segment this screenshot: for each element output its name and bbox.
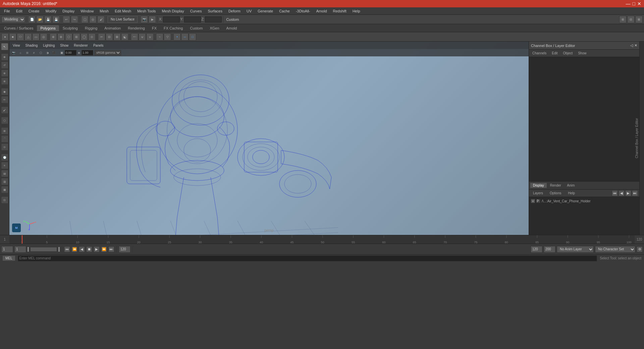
ipr-btn[interactable]: ▶: [149, 16, 156, 23]
options-sub-tab[interactable]: Options: [547, 191, 564, 196]
sculpt-tool[interactable]: ✏: [1, 96, 8, 103]
menu-edit[interactable]: Edit: [13, 8, 25, 14]
layer-ref-0[interactable]: P: [536, 199, 540, 203]
cb-show-menu[interactable]: Show: [576, 51, 588, 56]
paint-skin-btn[interactable]: 🖌: [1, 106, 8, 114]
maximize-btn[interactable]: □: [633, 1, 635, 6]
range-right-handle[interactable]: [58, 247, 60, 252]
face-mode-btn[interactable]: □: [189, 33, 196, 41]
layer-tab-anim[interactable]: Anim: [565, 183, 578, 188]
mel-tab[interactable]: MEL: [3, 256, 15, 261]
menu-deform[interactable]: Deform: [226, 8, 243, 14]
menu-file[interactable]: File: [1, 8, 13, 14]
cb-edit-menu[interactable]: Edit: [550, 51, 559, 56]
anim-layer-dropdown[interactable]: No Anim Layer: [557, 246, 594, 253]
timeline-playhead[interactable]: [22, 235, 22, 244]
soft-mod-tool[interactable]: ◉: [1, 88, 8, 95]
menu-3dtoa[interactable]: -3DtoAll-: [293, 8, 313, 14]
tab-animation[interactable]: Animation: [101, 25, 124, 31]
undo-btn[interactable]: ↩: [63, 16, 70, 23]
layout-btn-2[interactable]: ⊟: [627, 16, 635, 23]
menu-mesh-display[interactable]: Mesh Display: [159, 8, 187, 14]
poly-cube-btn[interactable]: ■: [9, 33, 16, 41]
cb-channels-menu[interactable]: Channels: [530, 51, 548, 56]
char-set-dropdown[interactable]: No Character Set: [595, 246, 635, 253]
hotbox-btn[interactable]: ⊡: [1, 196, 8, 204]
menu-cache[interactable]: Cache: [276, 8, 292, 14]
extrude-btn[interactable]: ⊕: [50, 33, 57, 41]
offset-loop-btn[interactable]: ⊠: [113, 33, 121, 41]
y-input[interactable]: [184, 16, 201, 22]
menu-mesh-tools[interactable]: Mesh Tools: [135, 8, 158, 14]
menu-help[interactable]: Help: [350, 8, 363, 14]
vp-menu-shading[interactable]: Shading: [24, 43, 39, 48]
vp-home-btn[interactable]: ⌂: [17, 50, 23, 56]
gamma-point-input[interactable]: 1.00: [82, 50, 93, 55]
layer-fwd[interactable]: ▶: [625, 190, 631, 196]
play-forward[interactable]: ▶: [94, 246, 100, 252]
tab-sculpting[interactable]: Sculpting: [59, 25, 81, 31]
tab-fx-caching[interactable]: FX Caching: [160, 25, 186, 31]
tab-custom[interactable]: Custom: [187, 25, 206, 31]
poly-cone-btn[interactable]: △: [24, 33, 32, 41]
snap-curve-btn[interactable]: ⌒: [1, 135, 8, 143]
layers-sub-tab[interactable]: Layers: [530, 191, 546, 196]
cb-object-menu[interactable]: Object: [561, 51, 575, 56]
menu-create[interactable]: Create: [26, 8, 42, 14]
vp-shaded-btn[interactable]: ◑: [44, 50, 50, 56]
smooth-btn[interactable]: ~: [156, 33, 163, 41]
layer-row-0[interactable]: V P /\...:Air_Vent_Car_Phone_Holder: [530, 198, 639, 204]
no-live-surface-btn[interactable]: No Live Surface: [108, 16, 138, 23]
layer-tab-render[interactable]: Render: [547, 183, 564, 188]
save-as-btn[interactable]: 💾: [52, 16, 60, 23]
menu-mesh[interactable]: Mesh: [97, 8, 111, 14]
universal-manip[interactable]: ⊗: [1, 78, 8, 85]
target-weld-btn[interactable]: ⊙: [88, 33, 96, 41]
layer-tab-display[interactable]: Display: [530, 183, 547, 188]
tab-polygons[interactable]: Polygons: [37, 25, 59, 31]
range-start-field[interactable]: 1: [1, 246, 13, 253]
minimize-btn[interactable]: —: [626, 1, 631, 6]
channel-box-label[interactable]: Channel Box / Layer Editor: [635, 118, 639, 158]
reduce-btn[interactable]: ▽: [164, 33, 171, 41]
select-tool[interactable]: ↖: [1, 43, 8, 50]
close-btn[interactable]: ✕: [637, 1, 641, 6]
anim-options-btn[interactable]: ⚙: [637, 246, 643, 252]
range-bar[interactable]: [30, 247, 57, 252]
vp-menu-lighting[interactable]: Lighting: [42, 43, 56, 48]
poly-plane-btn[interactable]: ▭: [32, 33, 40, 41]
mirror-poly-btn[interactable]: ⬷: [131, 33, 138, 41]
black-point-input[interactable]: 0.00: [65, 50, 76, 55]
tab-rigging[interactable]: Rigging: [82, 25, 101, 31]
scale-tool[interactable]: ⊕: [1, 69, 8, 77]
menu-display[interactable]: Display: [60, 8, 77, 14]
tab-fx[interactable]: FX: [149, 25, 160, 31]
render-layer-btn[interactable]: ▤: [1, 170, 8, 177]
layout-btn-3[interactable]: ⊠: [635, 16, 643, 23]
new-file-btn[interactable]: 📄: [28, 16, 36, 23]
separate-btn[interactable]: ⊍: [146, 33, 154, 41]
combine-btn[interactable]: ⊌: [139, 33, 146, 41]
layout-btn-1[interactable]: ⊞: [619, 16, 627, 23]
layer-back[interactable]: ◀: [619, 190, 625, 196]
vertex-mode-btn[interactable]: •: [173, 33, 181, 41]
bevel-btn[interactable]: ⬡: [65, 33, 72, 41]
menu-curves[interactable]: Curves: [187, 8, 205, 14]
modeling-dropdown[interactable]: Modeling: [1, 16, 25, 23]
z-input[interactable]: [205, 16, 222, 22]
timeline-ruler[interactable]: 1 5 10 15 20 25 30 35 40 45 50: [9, 235, 635, 244]
mel-input[interactable]: [18, 255, 597, 261]
anim-range-start[interactable]: [531, 246, 542, 253]
viewport[interactable]: View Shading Lighting Show Renderer Pane…: [9, 42, 529, 235]
vp-menu-show[interactable]: Show: [59, 43, 70, 48]
open-file-btn[interactable]: 📂: [36, 16, 44, 23]
history-btn[interactable]: 🕐: [1, 154, 8, 161]
menu-modify[interactable]: Modify: [43, 8, 59, 14]
bridge-btn[interactable]: ⊗: [57, 33, 65, 41]
lasso-tool-btn[interactable]: ◎: [89, 16, 97, 23]
menu-generate[interactable]: Generate: [255, 8, 276, 14]
poly-sphere-btn[interactable]: ●: [1, 33, 9, 41]
merge-btn[interactable]: ⊞: [73, 33, 80, 41]
move-tool[interactable]: ✥: [1, 53, 8, 61]
range-end-field[interactable]: 120: [119, 246, 130, 253]
